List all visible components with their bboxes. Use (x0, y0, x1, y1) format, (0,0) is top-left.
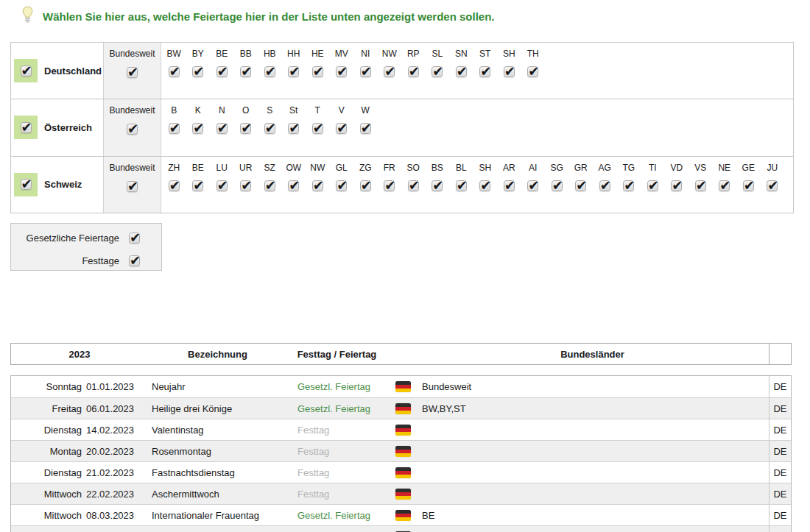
holiday-country-code: DE (769, 398, 791, 419)
deutschland-state-HH-checkbox[interactable]: ✔ (288, 66, 299, 77)
deutschland-state-NW-checkbox[interactable]: ✔ (384, 66, 395, 77)
festtage-checkbox[interactable]: ✔ (129, 255, 140, 266)
checkmark-icon: ✔ (552, 179, 563, 192)
oesterreich-state-W-checkbox[interactable]: ✔ (360, 123, 371, 134)
deutschland-state-SH-checkbox[interactable]: ✔ (504, 66, 515, 77)
oesterreich-state-St-checkbox[interactable]: ✔ (288, 123, 299, 134)
holiday-type: Festtag (287, 467, 387, 478)
schweiz-state-VS-checkbox[interactable]: ✔ (695, 180, 706, 191)
bundesweit-label: Bundesweit (109, 105, 155, 116)
state-label: B (171, 105, 177, 116)
state-col-BY: BY✔ (186, 49, 211, 99)
holiday-country-code: DE (769, 441, 791, 461)
schweiz-state-GL-checkbox[interactable]: ✔ (336, 180, 347, 191)
festtage-label: Festtage (11, 255, 119, 266)
deutschland-state-SN-checkbox[interactable]: ✔ (456, 66, 467, 77)
state-label: BW (167, 49, 181, 59)
schweiz-state-TI-checkbox[interactable]: ✔ (647, 180, 658, 191)
schweiz-state-SG-checkbox[interactable]: ✔ (552, 180, 563, 191)
checkmark-icon: ✔ (337, 179, 348, 192)
state-label: GE (742, 163, 755, 173)
gesetzliche-feiertage-checkbox[interactable]: ✔ (129, 233, 140, 244)
country-name: Schweiz (44, 179, 82, 190)
oesterreich-state-V-checkbox[interactable]: ✔ (336, 123, 347, 134)
oesterreich-checkbox[interactable]: ✔ (21, 122, 32, 133)
schweiz-state-SO-checkbox[interactable]: ✔ (408, 180, 419, 191)
schweiz-state-SH-checkbox[interactable]: ✔ (479, 180, 490, 191)
schweiz-bundesweit-checkbox[interactable]: ✔ (127, 181, 138, 192)
state-col-NW: NW✔ (378, 49, 402, 99)
schweiz-state-SZ-checkbox[interactable]: ✔ (264, 180, 275, 191)
deutschland-state-SL-checkbox[interactable]: ✔ (432, 66, 443, 77)
deutschland-bundesweit-checkbox[interactable]: ✔ (127, 67, 138, 78)
oesterreich-state-O-checkbox[interactable]: ✔ (240, 123, 251, 134)
checkmark-icon: ✔ (193, 179, 204, 192)
state-label: SO (407, 163, 420, 173)
holiday-date: 01.01.2023 (82, 381, 148, 392)
schweiz-state-LU-checkbox[interactable]: ✔ (216, 180, 228, 191)
schweiz-state-OW-checkbox[interactable]: ✔ (288, 180, 299, 191)
deutschland-state-ST-checkbox[interactable]: ✔ (479, 66, 490, 77)
deutschland-state-MV-checkbox[interactable]: ✔ (336, 66, 347, 77)
schweiz-state-GE-checkbox[interactable]: ✔ (743, 180, 754, 191)
deutschland-state-BB-checkbox[interactable]: ✔ (240, 66, 251, 77)
schweiz-state-NE-checkbox[interactable]: ✔ (719, 180, 730, 191)
checkmark-icon: ✔ (337, 65, 348, 78)
deutschland-state-HB-checkbox[interactable]: ✔ (264, 66, 275, 77)
schweiz-state-BE-checkbox[interactable]: ✔ (192, 180, 203, 191)
holiday-name: Fastnachtsdienstag (148, 467, 287, 478)
holiday-type: Festtag (287, 425, 387, 436)
checkmark-icon: ✔ (480, 179, 491, 192)
holiday-country-code: DE (769, 419, 791, 440)
schweiz-state-AG-checkbox[interactable]: ✔ (599, 180, 610, 191)
holiday-country-code: DE (769, 483, 791, 504)
oesterreich-state-S-checkbox[interactable]: ✔ (264, 123, 275, 134)
oesterreich-state-K-checkbox[interactable]: ✔ (192, 123, 203, 134)
holiday-type: Gesetzl. Feiertag (287, 381, 387, 392)
schweiz-checkbox[interactable]: ✔ (21, 179, 32, 190)
schweiz-state-VD-checkbox[interactable]: ✔ (671, 180, 682, 191)
schweiz-state-AI-checkbox[interactable]: ✔ (527, 180, 538, 191)
deutschland-state-RP-checkbox[interactable]: ✔ (408, 66, 419, 77)
state-col-SH: SH✔ (473, 163, 498, 213)
state-label: NI (361, 49, 370, 59)
state-label: OW (286, 163, 301, 173)
checkmark-icon: ✔ (480, 65, 491, 78)
schweiz-state-FR-checkbox[interactable]: ✔ (384, 180, 395, 191)
state-label: NW (310, 163, 325, 173)
oesterreich-bundesweit-checkbox[interactable]: ✔ (127, 124, 138, 135)
checkmark-icon: ✔ (127, 180, 138, 193)
deutschland-checkbox[interactable]: ✔ (21, 65, 32, 77)
state-col-GL: GL✔ (330, 163, 354, 213)
oesterreich-state-T-checkbox[interactable]: ✔ (312, 123, 323, 134)
deutschland-state-BY-checkbox[interactable]: ✔ (192, 66, 203, 77)
deutschland-state-HE-checkbox[interactable]: ✔ (312, 66, 323, 77)
germany-flag-icon (395, 446, 411, 457)
state-label: BE (216, 49, 228, 59)
schweiz-state-AR-checkbox[interactable]: ✔ (504, 180, 515, 191)
schweiz-state-GR-checkbox[interactable]: ✔ (575, 180, 586, 191)
deutschland-state-BE-checkbox[interactable]: ✔ (216, 66, 228, 77)
schweiz-state-JU-checkbox[interactable]: ✔ (767, 180, 778, 191)
schweiz-state-BL-checkbox[interactable]: ✔ (456, 180, 467, 191)
deutschland-state-BW-checkbox[interactable]: ✔ (169, 66, 180, 77)
checkmark-icon: ✔ (241, 179, 252, 192)
schweiz-state-UR-checkbox[interactable]: ✔ (240, 180, 251, 191)
holiday-regions: Bundesweit (420, 381, 769, 392)
state-label: ST (479, 49, 490, 59)
schweiz-state-BS-checkbox[interactable]: ✔ (432, 180, 443, 191)
holiday-country-code: DE (769, 462, 791, 483)
holiday-table-header: 2023 Bezeichnung Festtag / Feiertag Bund… (10, 343, 792, 365)
oesterreich-state-B-checkbox[interactable]: ✔ (169, 123, 180, 134)
schweiz-state-ZH-checkbox[interactable]: ✔ (169, 180, 180, 191)
deutschland-state-NI-checkbox[interactable]: ✔ (360, 66, 371, 77)
state-col-RP: RP✔ (401, 49, 426, 99)
deutschland-state-TH-checkbox[interactable]: ✔ (527, 66, 538, 77)
schweiz-state-TG-checkbox[interactable]: ✔ (623, 180, 634, 191)
state-label: LU (216, 163, 228, 173)
holiday-name: Internationaler Frauentag (148, 510, 287, 521)
schweiz-state-NW-checkbox[interactable]: ✔ (312, 180, 323, 191)
table-row: Montag20.02.2023RosenmontagFesttagDE (11, 440, 791, 461)
schweiz-state-ZG-checkbox[interactable]: ✔ (360, 180, 371, 191)
oesterreich-state-N-checkbox[interactable]: ✔ (216, 123, 228, 134)
